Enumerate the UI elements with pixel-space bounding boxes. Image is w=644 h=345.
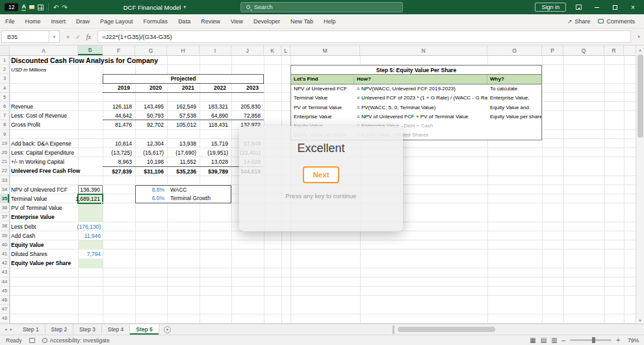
sheet-tab-step4[interactable]: Step 4: [102, 324, 131, 335]
zoom-slider-thumb[interactable]: [592, 337, 595, 343]
cell-label[interactable]: Unlevered Free Cash Flow: [10, 166, 103, 175]
cell-label[interactable]: Gross Profit: [10, 120, 103, 129]
row-header[interactable]: 45: [0, 287, 9, 296]
cell[interactable]: 118,431: [200, 120, 231, 129]
row-revenue[interactable]: Revenue 126,118 143,495 162,549 183,321 …: [10, 102, 264, 111]
cell-growth-pct[interactable]: 6.0%: [136, 195, 164, 201]
column-header-k[interactable]: K: [264, 45, 281, 55]
cell-b38[interactable]: (176,130): [78, 222, 103, 231]
row-header[interactable]: 43: [0, 268, 9, 277]
column-header-o[interactable]: O: [487, 45, 542, 55]
row-working-capital[interactable]: +/- In Working Capital 8,963 10,198 11,5…: [10, 157, 264, 166]
row-header[interactable]: 8: [0, 120, 9, 129]
cell-label[interactable]: +/- In Working Capital: [10, 157, 103, 166]
cell[interactable]: 92,702: [135, 120, 167, 129]
next-button[interactable]: Next: [303, 166, 339, 183]
cell-label[interactable]: Less: Cost of Revenue: [10, 111, 103, 120]
cell[interactable]: 105,012: [167, 120, 200, 129]
comments-button[interactable]: Comments: [598, 18, 635, 25]
projected-header-cell[interactable]: Projected: [103, 74, 264, 83]
view-page-layout-icon[interactable]: ▤: [541, 337, 547, 344]
row-header[interactable]: 39: [0, 231, 9, 240]
insert-function-icon[interactable]: fx: [86, 33, 91, 40]
row-unlevered-fcf[interactable]: Unlevered Free Cash Flow $27,839 $31,106…: [10, 166, 264, 175]
row-header[interactable]: 19: [0, 139, 9, 148]
select-all-corner[interactable]: [0, 45, 10, 55]
row-header[interactable]: 44: [0, 277, 9, 287]
vertical-scrollbar-thumb[interactable]: [638, 55, 643, 138]
row-gross-profit[interactable]: Gross Profit 81,476 92,702 105,012 118,4…: [10, 120, 264, 129]
font-size-box[interactable]: 12: [5, 3, 18, 11]
ribbon-display-options-icon[interactable]: [573, 2, 584, 12]
cell[interactable]: 44,642: [103, 111, 135, 120]
sheet-nav-right-icon[interactable]: ▸: [10, 327, 13, 332]
row-header[interactable]: 42: [0, 259, 9, 268]
cancel-icon[interactable]: ×: [66, 34, 70, 40]
cell[interactable]: 10,198: [135, 157, 167, 166]
row-header[interactable]: 34: [0, 185, 9, 194]
cell-wacc-label[interactable]: WACC: [170, 186, 187, 193]
tab-page-layout[interactable]: Page Layout: [95, 14, 138, 28]
cell[interactable]: 64,890: [200, 111, 231, 120]
tab-home[interactable]: Home: [20, 14, 46, 28]
cell[interactable]: 143,495: [135, 102, 167, 111]
row-da-expense[interactable]: Add back: D&A Expense 10,814 12,304 13,9…: [10, 139, 264, 148]
zoom-slider[interactable]: [570, 339, 612, 341]
formula-input[interactable]: =J22*(1+G35)/(G34-G35): [97, 31, 631, 43]
selected-cell-b35[interactable]: 1,689,121: [77, 194, 103, 204]
row-header[interactable]: 9: [0, 130, 9, 139]
row-header[interactable]: 46: [0, 296, 9, 305]
cell[interactable]: 57,538: [167, 111, 200, 120]
column-header-i[interactable]: I: [200, 45, 231, 55]
column-header-j[interactable]: J: [231, 45, 264, 55]
column-header-q[interactable]: Q: [563, 45, 604, 55]
row-capex[interactable]: Less: Capital Expenditure (13,725) (15,6…: [10, 148, 264, 157]
cell-label-add-cash[interactable]: Add Cash: [10, 231, 78, 240]
cell-year[interactable]: 2023: [231, 84, 264, 92]
row-header-selected[interactable]: 35: [0, 194, 9, 203]
row-header[interactable]: 6: [0, 102, 9, 111]
cell[interactable]: (13,725): [103, 148, 135, 157]
view-page-break-icon[interactable]: ▥: [551, 337, 557, 344]
cell[interactable]: $31,106: [135, 167, 167, 175]
row-header[interactable]: 22: [0, 166, 9, 175]
cell-b37[interactable]: [78, 212, 103, 222]
row-header[interactable]: 1: [0, 56, 9, 65]
sheet-title-cell[interactable]: Discounted Cash Flow Analysis for Compan…: [11, 57, 158, 64]
cell[interactable]: $35,236: [167, 167, 200, 175]
macro-record-icon[interactable]: [29, 338, 35, 343]
tab-formulas[interactable]: Formulas: [138, 14, 174, 28]
tab-developer[interactable]: Developer: [248, 14, 285, 28]
row-header[interactable]: 47: [0, 305, 9, 314]
terminal-growth-row[interactable]: 6.0% Terminal Growth: [136, 194, 231, 203]
row-header[interactable]: 41: [0, 249, 9, 259]
tab-new-tab[interactable]: New Tab: [285, 14, 318, 28]
years-row[interactable]: 2019 2020 2021 2022 2023: [103, 84, 264, 93]
cell-year[interactable]: 2022: [200, 84, 231, 92]
view-normal-icon[interactable]: ▦: [530, 337, 535, 344]
cell-label-terminal-value[interactable]: Terminal Value: [10, 194, 78, 203]
horizontal-scrollbar-thumb[interactable]: [398, 327, 495, 332]
zoom-in-icon[interactable]: +: [616, 337, 620, 344]
cell[interactable]: 13,028: [200, 157, 231, 166]
cell[interactable]: 10,814: [103, 139, 135, 148]
row-header[interactable]: 37: [0, 212, 9, 222]
cell-wacc-pct[interactable]: 8.8%: [136, 186, 164, 193]
tab-review[interactable]: Review: [196, 14, 225, 28]
wacc-row[interactable]: 8.8% WACC: [136, 186, 231, 194]
row-header[interactable]: 2: [0, 65, 9, 74]
cell-label-enterprise-value[interactable]: Enterprise Value: [10, 212, 78, 222]
tab-data[interactable]: Data: [173, 14, 196, 28]
column-header-h[interactable]: H: [167, 45, 200, 55]
fill-handle[interactable]: [101, 202, 104, 205]
row-cost-of-revenue[interactable]: Less: Cost of Revenue 44,642 50,793 57,5…: [10, 111, 264, 120]
sheet-tab-step1[interactable]: Step 1: [17, 324, 45, 335]
redo-icon[interactable]: ↷: [62, 3, 67, 12]
cell-year[interactable]: 2019: [103, 84, 135, 92]
cell[interactable]: 11,552: [167, 157, 200, 166]
tab-view[interactable]: View: [225, 14, 248, 28]
cell[interactable]: 13,938: [167, 139, 200, 148]
enter-icon[interactable]: ✓: [75, 34, 81, 40]
cell-b39[interactable]: 11,946: [78, 231, 103, 240]
scroll-down-icon[interactable]: ▾: [636, 316, 644, 324]
